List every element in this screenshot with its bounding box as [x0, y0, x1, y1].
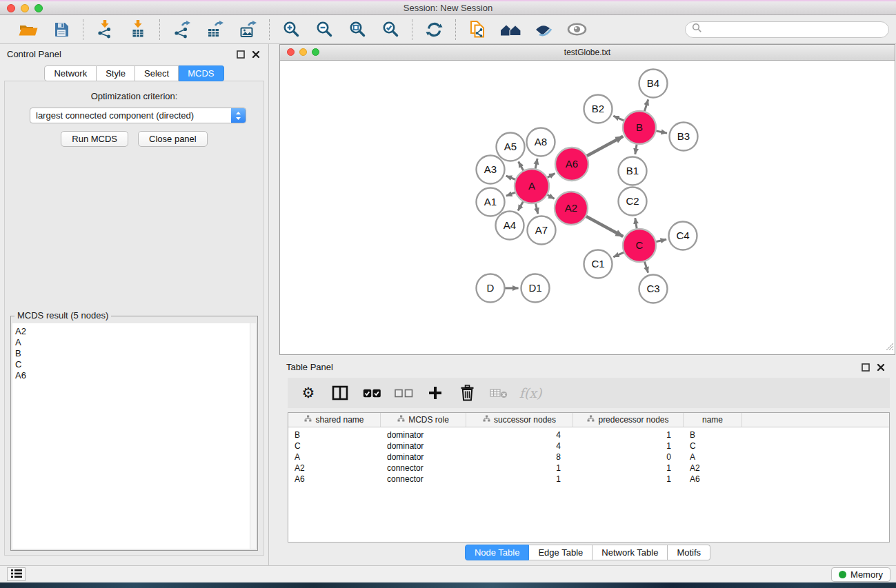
node-table[interactable]: shared nameMCDS rolesuccessor nodesprede… [288, 412, 890, 543]
export-image-icon[interactable] [235, 19, 261, 41]
desktop-background [0, 582, 896, 588]
table-cell: A [288, 452, 381, 462]
tab-motifs[interactable]: Motifs [668, 545, 710, 560]
network-maximize-button[interactable] [312, 48, 319, 56]
table-row[interactable]: Bdominator41B [288, 429, 889, 440]
zoom-selected-icon[interactable] [377, 19, 404, 41]
mcds-result-title: MCDS result (5 nodes) [14, 310, 111, 321]
column-header-successor-nodes[interactable]: successor nodes [466, 413, 573, 427]
table-cell: 1 [573, 441, 684, 451]
mcds-result-item[interactable]: B [15, 348, 250, 359]
zoom-fit-icon[interactable] [344, 19, 370, 41]
task-history-button[interactable] [7, 567, 26, 581]
tab-network-table[interactable]: Network Table [593, 545, 668, 560]
column-header-name[interactable]: name [684, 413, 742, 427]
home-icon[interactable] [497, 19, 524, 41]
close-panel-button[interactable]: Close panel [138, 131, 208, 147]
float-panel-icon[interactable] [236, 50, 245, 59]
close-panel-icon[interactable] [251, 50, 260, 59]
criterion-dropdown[interactable]: largest connected component (directed) [30, 108, 246, 123]
open-session-icon[interactable] [15, 19, 41, 41]
column-tree-icon [587, 415, 595, 425]
svg-text:B1: B1 [626, 165, 639, 176]
toolbar-group [456, 19, 598, 40]
mcds-result-item[interactable]: A6 [15, 370, 250, 381]
status-bar: Memory [0, 565, 896, 582]
control-panel-window-buttons [236, 50, 260, 59]
clone-network-icon[interactable] [464, 19, 490, 41]
svg-text:A: A [528, 180, 535, 192]
tab-style[interactable]: Style [97, 65, 135, 81]
resize-grip[interactable] [885, 341, 894, 354]
table-tabs: Node TableEdge TableNetwork TableMotifs [279, 545, 896, 560]
table-header-row: shared nameMCDS rolesuccessor nodesprede… [288, 413, 889, 427]
select-all-icon[interactable] [361, 381, 383, 405]
memory-button[interactable]: Memory [831, 567, 890, 582]
svg-text:A7: A7 [535, 224, 548, 236]
network-canvas[interactable]: A5A8A3A1A4A7B4B2B3B1C2C4C1C3DD1AA6A2BC [280, 61, 895, 354]
zoom-out-icon[interactable] [311, 19, 337, 41]
column-tree-icon [397, 415, 405, 425]
control-panel-tabs: NetworkStyleSelectMCDS [0, 65, 268, 81]
svg-text:C: C [636, 239, 644, 251]
toolbar-group [270, 19, 412, 40]
import-network-icon[interactable] [92, 19, 118, 41]
save-session-icon[interactable] [48, 19, 74, 41]
table-row[interactable]: A6connector11A6 [288, 474, 889, 485]
column-header-mcds-role[interactable]: MCDS role [381, 413, 466, 427]
svg-text:C4: C4 [676, 230, 689, 241]
column-view-icon[interactable] [329, 381, 351, 405]
svg-text:A3: A3 [484, 163, 497, 175]
delete-icon[interactable] [456, 381, 478, 405]
function-icon[interactable]: f(x) [519, 381, 541, 405]
network-close-button[interactable] [287, 48, 295, 56]
export-table-icon[interactable] [201, 19, 228, 41]
titlebar: Session: New Session [0, 0, 896, 15]
tab-network[interactable]: Network [44, 65, 97, 81]
hide-graphics-details-icon[interactable] [564, 19, 590, 41]
zoom-in-icon[interactable] [278, 19, 304, 41]
column-header-shared-name[interactable]: shared name [288, 413, 381, 427]
tab-node-table[interactable]: Node Table [465, 545, 530, 560]
tab-mcds[interactable]: MCDS [179, 65, 223, 81]
column-tree-icon [483, 415, 490, 425]
table-row[interactable]: Cdominator41C [288, 440, 889, 452]
toolbar-group [412, 19, 456, 40]
mcds-result-box: MCDS result (5 nodes) A2ABCA6 [10, 316, 258, 551]
table-row[interactable]: A2connector11A2 [288, 463, 889, 474]
tab-select[interactable]: Select [135, 65, 179, 81]
add-icon[interactable] [424, 381, 446, 405]
mcds-result-item[interactable]: C [15, 359, 250, 370]
refresh-icon[interactable] [421, 19, 447, 41]
table-cell: 8 [466, 452, 573, 462]
search-input[interactable] [706, 23, 882, 35]
table-body: Bdominator41BCdominator41CAdominator80AA… [288, 427, 889, 485]
mcds-panel: Optimization criterion: largest connecte… [4, 81, 264, 556]
mcds-result-list[interactable]: A2ABCA6 [12, 323, 250, 549]
column-tree-icon [304, 415, 312, 425]
mcds-result-item[interactable]: A [15, 337, 250, 348]
column-header-filler [742, 413, 889, 427]
show-graphics-details-icon[interactable] [530, 19, 557, 41]
export-network-icon[interactable] [168, 19, 195, 41]
tab-edge-table[interactable]: Edge Table [529, 545, 593, 560]
deselect-all-icon[interactable] [392, 381, 415, 405]
search-box[interactable] [685, 21, 889, 38]
table-panel: Table Panel ⚙f(x) shared nameMCDS rolesu… [279, 358, 896, 565]
result-scrollbar[interactable] [250, 323, 256, 549]
run-mcds-button[interactable]: Run MCDS [61, 131, 128, 147]
table-cell: A6 [288, 474, 381, 484]
close-table-panel-icon[interactable] [876, 363, 885, 372]
svg-text:A1: A1 [484, 196, 497, 207]
import-table-icon[interactable] [125, 19, 151, 41]
mcds-result-item[interactable]: A2 [15, 326, 250, 337]
delete-table-icon[interactable] [488, 381, 510, 405]
column-header-predecessor-nodes[interactable]: predecessor nodes [573, 413, 684, 427]
float-table-panel-icon[interactable] [861, 363, 870, 372]
table-cell: 0 [573, 452, 684, 462]
table-row[interactable]: Adominator80A [288, 452, 889, 463]
table-cell: A [684, 452, 742, 462]
gear-icon[interactable]: ⚙ [297, 381, 319, 405]
table-cell: A6 [684, 474, 742, 484]
network-minimize-button[interactable] [299, 48, 307, 56]
